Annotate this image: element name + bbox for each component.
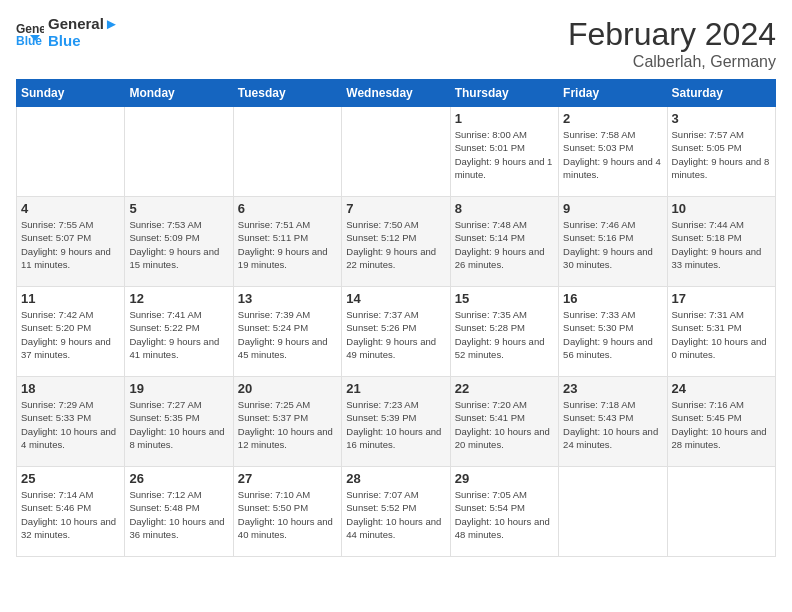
calendar-cell — [125, 107, 233, 197]
calendar-cell: 21Sunrise: 7:23 AMSunset: 5:39 PMDayligh… — [342, 377, 450, 467]
calendar-week-row: 25Sunrise: 7:14 AMSunset: 5:46 PMDayligh… — [17, 467, 776, 557]
day-number: 5 — [129, 201, 228, 216]
day-info: Sunrise: 7:42 AMSunset: 5:20 PMDaylight:… — [21, 308, 120, 361]
day-number: 12 — [129, 291, 228, 306]
calendar-cell: 16Sunrise: 7:33 AMSunset: 5:30 PMDayligh… — [559, 287, 667, 377]
weekday-header-tuesday: Tuesday — [233, 80, 341, 107]
day-info: Sunrise: 7:44 AMSunset: 5:18 PMDaylight:… — [672, 218, 771, 271]
calendar-cell: 6Sunrise: 7:51 AMSunset: 5:11 PMDaylight… — [233, 197, 341, 287]
calendar-cell: 10Sunrise: 7:44 AMSunset: 5:18 PMDayligh… — [667, 197, 775, 287]
calendar-cell: 13Sunrise: 7:39 AMSunset: 5:24 PMDayligh… — [233, 287, 341, 377]
day-number: 4 — [21, 201, 120, 216]
calendar-cell: 28Sunrise: 7:07 AMSunset: 5:52 PMDayligh… — [342, 467, 450, 557]
calendar-cell: 17Sunrise: 7:31 AMSunset: 5:31 PMDayligh… — [667, 287, 775, 377]
day-number: 3 — [672, 111, 771, 126]
day-number: 19 — [129, 381, 228, 396]
calendar-cell: 24Sunrise: 7:16 AMSunset: 5:45 PMDayligh… — [667, 377, 775, 467]
day-info: Sunrise: 7:35 AMSunset: 5:28 PMDaylight:… — [455, 308, 554, 361]
day-number: 13 — [238, 291, 337, 306]
calendar-cell: 11Sunrise: 7:42 AMSunset: 5:20 PMDayligh… — [17, 287, 125, 377]
weekday-header-sunday: Sunday — [17, 80, 125, 107]
day-info: Sunrise: 7:51 AMSunset: 5:11 PMDaylight:… — [238, 218, 337, 271]
weekday-header-friday: Friday — [559, 80, 667, 107]
calendar-cell: 25Sunrise: 7:14 AMSunset: 5:46 PMDayligh… — [17, 467, 125, 557]
calendar-header-row: SundayMondayTuesdayWednesdayThursdayFrid… — [17, 80, 776, 107]
day-info: Sunrise: 7:53 AMSunset: 5:09 PMDaylight:… — [129, 218, 228, 271]
title-area: February 2024 Calberlah, Germany — [568, 16, 776, 71]
calendar-cell: 8Sunrise: 7:48 AMSunset: 5:14 PMDaylight… — [450, 197, 558, 287]
calendar-cell: 7Sunrise: 7:50 AMSunset: 5:12 PMDaylight… — [342, 197, 450, 287]
day-number: 22 — [455, 381, 554, 396]
page-title: February 2024 — [568, 16, 776, 53]
day-number: 27 — [238, 471, 337, 486]
day-number: 18 — [21, 381, 120, 396]
calendar-cell — [342, 107, 450, 197]
calendar-week-row: 18Sunrise: 7:29 AMSunset: 5:33 PMDayligh… — [17, 377, 776, 467]
logo-general: General► — [48, 16, 119, 33]
calendar-cell: 4Sunrise: 7:55 AMSunset: 5:07 PMDaylight… — [17, 197, 125, 287]
calendar-body: 1Sunrise: 8:00 AMSunset: 5:01 PMDaylight… — [17, 107, 776, 557]
day-info: Sunrise: 7:46 AMSunset: 5:16 PMDaylight:… — [563, 218, 662, 271]
page-subtitle: Calberlah, Germany — [568, 53, 776, 71]
calendar-cell: 29Sunrise: 7:05 AMSunset: 5:54 PMDayligh… — [450, 467, 558, 557]
calendar-cell: 15Sunrise: 7:35 AMSunset: 5:28 PMDayligh… — [450, 287, 558, 377]
weekday-header-monday: Monday — [125, 80, 233, 107]
day-info: Sunrise: 7:18 AMSunset: 5:43 PMDaylight:… — [563, 398, 662, 451]
calendar-cell: 23Sunrise: 7:18 AMSunset: 5:43 PMDayligh… — [559, 377, 667, 467]
calendar-cell: 27Sunrise: 7:10 AMSunset: 5:50 PMDayligh… — [233, 467, 341, 557]
day-number: 11 — [21, 291, 120, 306]
day-number: 16 — [563, 291, 662, 306]
calendar-cell — [233, 107, 341, 197]
day-info: Sunrise: 7:12 AMSunset: 5:48 PMDaylight:… — [129, 488, 228, 541]
logo-blue: Blue — [48, 33, 119, 50]
calendar-cell: 18Sunrise: 7:29 AMSunset: 5:33 PMDayligh… — [17, 377, 125, 467]
day-info: Sunrise: 7:27 AMSunset: 5:35 PMDaylight:… — [129, 398, 228, 451]
day-info: Sunrise: 7:48 AMSunset: 5:14 PMDaylight:… — [455, 218, 554, 271]
day-info: Sunrise: 7:29 AMSunset: 5:33 PMDaylight:… — [21, 398, 120, 451]
calendar-week-row: 1Sunrise: 8:00 AMSunset: 5:01 PMDaylight… — [17, 107, 776, 197]
day-number: 28 — [346, 471, 445, 486]
day-info: Sunrise: 7:57 AMSunset: 5:05 PMDaylight:… — [672, 128, 771, 181]
day-number: 9 — [563, 201, 662, 216]
day-info: Sunrise: 8:00 AMSunset: 5:01 PMDaylight:… — [455, 128, 554, 181]
calendar-cell: 20Sunrise: 7:25 AMSunset: 5:37 PMDayligh… — [233, 377, 341, 467]
day-number: 15 — [455, 291, 554, 306]
svg-text:Blue: Blue — [16, 34, 42, 47]
day-info: Sunrise: 7:07 AMSunset: 5:52 PMDaylight:… — [346, 488, 445, 541]
day-number: 7 — [346, 201, 445, 216]
day-info: Sunrise: 7:20 AMSunset: 5:41 PMDaylight:… — [455, 398, 554, 451]
calendar-cell: 3Sunrise: 7:57 AMSunset: 5:05 PMDaylight… — [667, 107, 775, 197]
logo-icon: General Blue — [16, 19, 44, 47]
day-number: 29 — [455, 471, 554, 486]
day-number: 6 — [238, 201, 337, 216]
day-number: 26 — [129, 471, 228, 486]
day-number: 20 — [238, 381, 337, 396]
weekday-header-thursday: Thursday — [450, 80, 558, 107]
calendar-cell — [17, 107, 125, 197]
day-number: 23 — [563, 381, 662, 396]
calendar-cell: 22Sunrise: 7:20 AMSunset: 5:41 PMDayligh… — [450, 377, 558, 467]
calendar-week-row: 11Sunrise: 7:42 AMSunset: 5:20 PMDayligh… — [17, 287, 776, 377]
day-number: 24 — [672, 381, 771, 396]
calendar-table: SundayMondayTuesdayWednesdayThursdayFrid… — [16, 79, 776, 557]
day-info: Sunrise: 7:23 AMSunset: 5:39 PMDaylight:… — [346, 398, 445, 451]
calendar-cell: 1Sunrise: 8:00 AMSunset: 5:01 PMDaylight… — [450, 107, 558, 197]
weekday-header-wednesday: Wednesday — [342, 80, 450, 107]
calendar-cell: 9Sunrise: 7:46 AMSunset: 5:16 PMDaylight… — [559, 197, 667, 287]
day-info: Sunrise: 7:31 AMSunset: 5:31 PMDaylight:… — [672, 308, 771, 361]
calendar-cell: 14Sunrise: 7:37 AMSunset: 5:26 PMDayligh… — [342, 287, 450, 377]
calendar-cell: 12Sunrise: 7:41 AMSunset: 5:22 PMDayligh… — [125, 287, 233, 377]
day-info: Sunrise: 7:05 AMSunset: 5:54 PMDaylight:… — [455, 488, 554, 541]
day-number: 10 — [672, 201, 771, 216]
day-number: 14 — [346, 291, 445, 306]
day-info: Sunrise: 7:10 AMSunset: 5:50 PMDaylight:… — [238, 488, 337, 541]
day-info: Sunrise: 7:16 AMSunset: 5:45 PMDaylight:… — [672, 398, 771, 451]
day-info: Sunrise: 7:37 AMSunset: 5:26 PMDaylight:… — [346, 308, 445, 361]
day-info: Sunrise: 7:58 AMSunset: 5:03 PMDaylight:… — [563, 128, 662, 181]
calendar-cell — [559, 467, 667, 557]
day-number: 17 — [672, 291, 771, 306]
day-number: 2 — [563, 111, 662, 126]
calendar-cell: 5Sunrise: 7:53 AMSunset: 5:09 PMDaylight… — [125, 197, 233, 287]
header: General Blue General► Blue February 2024… — [16, 16, 776, 71]
day-info: Sunrise: 7:39 AMSunset: 5:24 PMDaylight:… — [238, 308, 337, 361]
